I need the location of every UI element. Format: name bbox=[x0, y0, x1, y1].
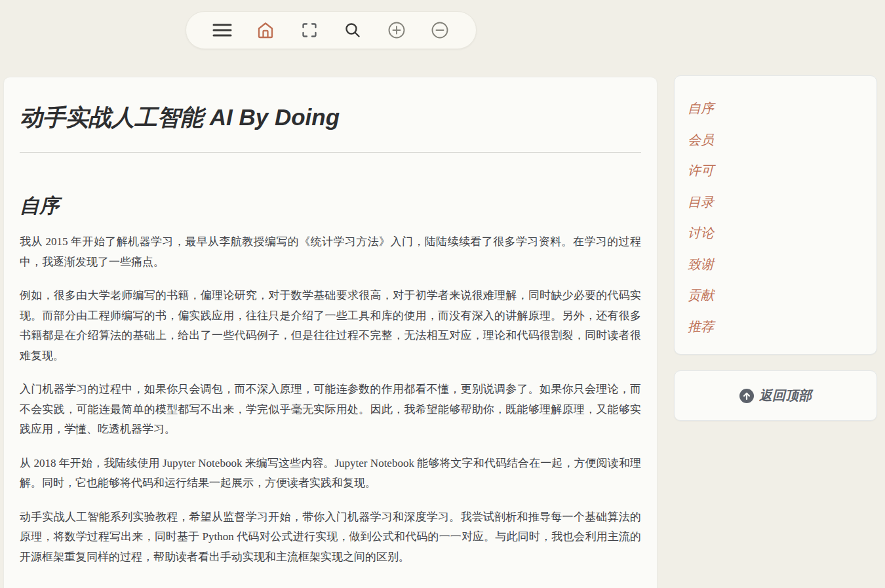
nav-item-discussion[interactable]: 讨论 bbox=[688, 218, 876, 249]
paragraph: 我从 2015 年开始了解机器学习，最早从李航教授编写的《统计学习方法》入门，陆… bbox=[20, 232, 641, 272]
nav-item-recommend[interactable]: 推荐 bbox=[688, 311, 876, 343]
plus-circle-icon bbox=[387, 21, 406, 39]
nav-item-membership[interactable]: 会员 bbox=[688, 125, 876, 156]
nav-item-contents[interactable]: 目录 bbox=[688, 187, 876, 218]
search-button[interactable] bbox=[342, 19, 364, 41]
toolbar bbox=[186, 11, 477, 49]
nav-item-preface[interactable]: 自序 bbox=[688, 93, 876, 125]
page-title: 动手实战人工智能 AI By Doing bbox=[20, 104, 641, 131]
paragraph: 例如，很多由大学老师编写的书籍，偏理论研究，对于数学基础要求很高，对于初学者来说… bbox=[20, 286, 641, 366]
arrow-up-circle-icon bbox=[739, 389, 754, 403]
title-divider bbox=[20, 152, 641, 153]
page: { "toolbar": { "buttons": [ { "name": "m… bbox=[0, 0, 885, 588]
nav-item-contribution[interactable]: 贡献 bbox=[688, 280, 876, 311]
paragraph: 入门机器学习的过程中，如果你只会调包，而不深入原理，可能连参数的作用都看不懂，更… bbox=[20, 380, 641, 440]
section-heading: 自序 bbox=[20, 193, 641, 218]
paragraph: 动手实战人工智能系列实验教程，希望从监督学习开始，带你入门机器学习和深度学习。我… bbox=[20, 507, 641, 568]
back-to-top-button[interactable]: 返回顶部 bbox=[674, 370, 877, 421]
fullscreen-icon bbox=[301, 22, 318, 39]
nav-item-license[interactable]: 许可 bbox=[688, 155, 876, 187]
article-card: 动手实战人工智能 AI By Doing 自序 我从 2015 年开始了解机器学… bbox=[3, 77, 658, 588]
minus-circle-icon bbox=[431, 21, 449, 39]
home-button[interactable] bbox=[254, 19, 277, 41]
section-nav: 自序 会员 许可 目录 讨论 致谢 贡献 推荐 bbox=[674, 75, 877, 355]
search-icon bbox=[344, 22, 361, 39]
nav-item-acknowledge[interactable]: 致谢 bbox=[688, 249, 876, 281]
article-body: 我从 2015 年开始了解机器学习，最早从李航教授编写的《统计学习方法》入门，陆… bbox=[20, 232, 641, 567]
zoom-out-button[interactable] bbox=[429, 19, 451, 41]
menu-button[interactable] bbox=[211, 19, 233, 41]
back-to-top-label: 返回顶部 bbox=[759, 387, 812, 404]
paragraph: 从 2018 年开始，我陆续使用 Jupyter Notebook 来编写这些内… bbox=[20, 454, 641, 494]
zoom-in-button[interactable] bbox=[385, 19, 408, 41]
hamburger-icon bbox=[212, 22, 232, 38]
fullscreen-button[interactable] bbox=[298, 19, 321, 41]
home-icon bbox=[256, 21, 275, 39]
